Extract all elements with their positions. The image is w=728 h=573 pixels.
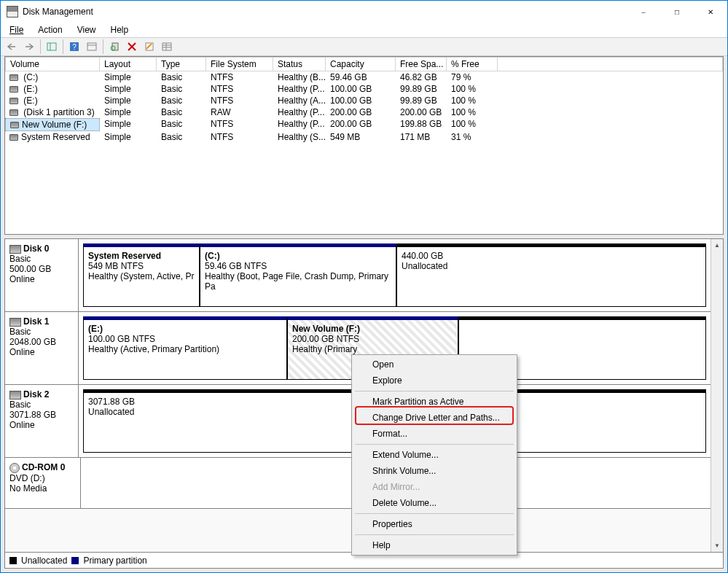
volume-list[interactable]: Volume Layout Type File System Status Ca… xyxy=(4,56,724,235)
scroll-down-icon[interactable]: ▼ xyxy=(711,539,723,552)
disk-header[interactable]: Disk 2Basic3071.88 GBOnline xyxy=(5,385,79,457)
col-freespace[interactable]: Free Spa... xyxy=(396,57,447,71)
volume-row[interactable]: (C:)SimpleBasicNTFSHealthy (B...59.46 GB… xyxy=(5,71,723,83)
partition[interactable]: (E:)100.00 GB NTFSHealthy (Active, Prima… xyxy=(83,316,287,380)
maximize-button[interactable]: □ xyxy=(660,1,694,23)
svg-rect-4 xyxy=(87,43,96,50)
delete-button[interactable] xyxy=(124,39,140,55)
forward-button[interactable] xyxy=(21,39,37,55)
partition[interactable]: (C:)59.46 GB NTFSHealthy (Boot, Page Fil… xyxy=(200,243,396,307)
menu-view[interactable]: View xyxy=(71,24,102,36)
volume-row[interactable]: (E:)SimpleBasicNTFSHealthy (A...100.00 G… xyxy=(5,95,723,106)
partition[interactable]: 440.00 GBUnallocated xyxy=(396,243,706,307)
volume-icon xyxy=(9,109,18,116)
menu-file[interactable]: File xyxy=(4,24,29,36)
context-menu-item[interactable]: Open xyxy=(353,356,515,373)
volume-list-header: Volume Layout Type File System Status Ca… xyxy=(5,57,723,71)
list-button[interactable] xyxy=(159,39,175,55)
context-menu-item[interactable]: Help xyxy=(353,537,515,553)
disk-header[interactable]: CD-ROM 0DVD (D:)No Media xyxy=(5,458,81,508)
volume-row[interactable]: (E:)SimpleBasicNTFSHealthy (P...100.00 G… xyxy=(5,83,723,95)
volume-row[interactable]: (Disk 1 partition 3)SimpleBasicRAWHealth… xyxy=(5,106,723,118)
context-menu-item[interactable]: Delete Volume... xyxy=(353,495,515,511)
context-menu-item[interactable]: Change Drive Letter and Paths... xyxy=(353,410,515,426)
context-menu-item[interactable]: Explore xyxy=(353,373,515,389)
menu-help[interactable]: Help xyxy=(105,24,135,36)
scrollbar[interactable]: ▲ ▼ xyxy=(711,239,723,552)
context-menu-item[interactable]: Shrink Volume... xyxy=(353,463,515,479)
context-menu-item[interactable]: Mark Partition as Active xyxy=(353,394,515,410)
legend-primary-swatch xyxy=(71,557,79,564)
titlebar[interactable]: Disk Management – □ ✕ xyxy=(1,1,727,23)
partition[interactable]: System Reserved549 MB NTFSHealthy (Syste… xyxy=(83,243,200,307)
volume-row[interactable]: System ReservedSimpleBasicNTFSHealthy (S… xyxy=(5,131,723,143)
toolbar: ? xyxy=(1,37,727,56)
volume-icon xyxy=(9,98,18,104)
col-layout[interactable]: Layout xyxy=(100,57,157,71)
volume-icon xyxy=(10,122,19,128)
minimize-button[interactable]: – xyxy=(627,1,660,23)
col-type[interactable]: Type xyxy=(157,57,206,71)
hdd-icon xyxy=(9,391,21,399)
legend-unalloc-swatch xyxy=(9,557,17,564)
disk-header[interactable]: Disk 1Basic2048.00 GBOnline xyxy=(5,312,79,384)
volume-icon xyxy=(9,134,18,141)
refresh-button[interactable] xyxy=(106,39,122,55)
col-status[interactable]: Status xyxy=(273,57,326,71)
window-title: Disk Management xyxy=(23,7,627,17)
properties-button[interactable] xyxy=(141,39,157,55)
disk-row: Disk 0Basic500.00 GBOnlineSystem Reserve… xyxy=(5,239,711,312)
svg-rect-0 xyxy=(47,43,56,50)
col-filesystem[interactable]: File System xyxy=(206,57,273,71)
show-hide-button[interactable] xyxy=(44,39,60,55)
legend-unalloc-label: Unallocated xyxy=(21,556,67,566)
hdd-icon xyxy=(9,245,21,254)
legend-primary-label: Primary partition xyxy=(83,556,146,566)
disk-management-window: Disk Management – □ ✕ File Action View H… xyxy=(0,0,728,573)
back-button[interactable] xyxy=(4,39,20,55)
menu-action[interactable]: Action xyxy=(32,24,68,36)
context-menu-item: Add Mirror... xyxy=(353,479,515,495)
volume-icon xyxy=(9,86,18,93)
context-menu-item[interactable]: Extend Volume... xyxy=(353,447,515,463)
col-capacity[interactable]: Capacity xyxy=(326,57,396,71)
disk-header[interactable]: Disk 0Basic500.00 GBOnline xyxy=(5,239,79,311)
col-volume[interactable]: Volume xyxy=(5,57,100,71)
hdd-icon xyxy=(9,318,21,327)
volume-icon xyxy=(9,74,18,81)
volume-row[interactable]: New Volume (F:)SimpleBasicNTFSHealthy (P… xyxy=(5,118,723,131)
dvd-icon xyxy=(9,463,20,473)
close-button[interactable]: ✕ xyxy=(694,1,727,23)
col-pctfree[interactable]: % Free xyxy=(447,57,498,71)
scroll-up-icon[interactable]: ▲ xyxy=(711,239,723,252)
disk-body: System Reserved549 MB NTFSHealthy (Syste… xyxy=(79,239,711,311)
menubar: File Action View Help xyxy=(1,23,727,37)
settings-button[interactable] xyxy=(84,39,100,55)
context-menu: OpenExploreMark Partition as ActiveChang… xyxy=(351,354,517,556)
context-menu-item[interactable]: Properties xyxy=(353,516,515,532)
svg-text:?: ? xyxy=(72,43,77,51)
svg-rect-9 xyxy=(163,43,171,50)
context-menu-item[interactable]: Format... xyxy=(353,426,515,442)
help-button[interactable]: ? xyxy=(66,39,82,55)
app-icon xyxy=(7,6,18,17)
